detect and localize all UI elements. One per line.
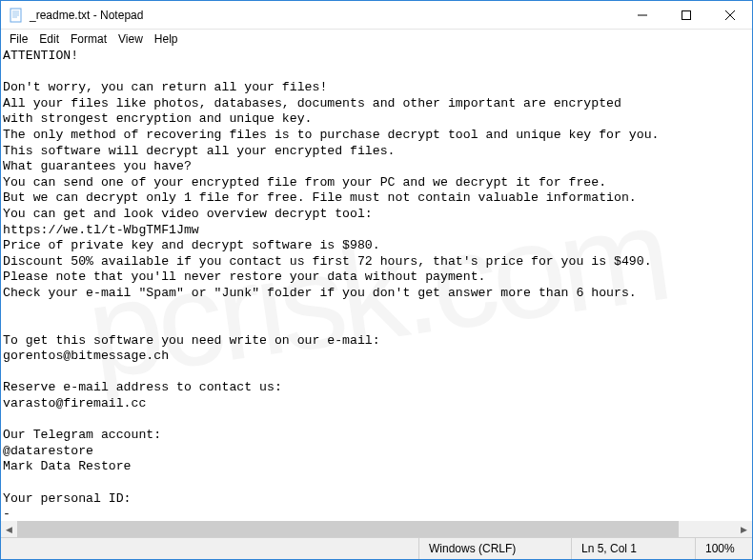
svg-rect-6	[682, 11, 691, 20]
menu-edit[interactable]: Edit	[34, 31, 64, 47]
menu-help[interactable]: Help	[150, 31, 183, 47]
close-button[interactable]	[708, 1, 752, 30]
close-icon	[725, 10, 735, 20]
titlebar: _readme.txt - Notepad	[1, 1, 752, 30]
minimize-button[interactable]	[621, 1, 664, 30]
scroll-right-arrow-icon[interactable]: ▶	[736, 521, 752, 537]
menubar: File Edit Format View Help	[1, 30, 752, 49]
menu-file[interactable]: File	[5, 31, 32, 47]
status-encoding: Windows (CRLF)	[418, 538, 571, 559]
text-content[interactable]: ATTENTION! Don't worry, you can return a…	[3, 49, 752, 521]
horizontal-scrollbar[interactable]: ◀ ▶	[1, 521, 752, 537]
editor-area: pcrisk.com ATTENTION! Don't worry, you c…	[1, 49, 752, 537]
window-title: _readme.txt - Notepad	[30, 9, 143, 22]
menu-view[interactable]: View	[113, 31, 148, 47]
scroll-left-arrow-icon[interactable]: ◀	[1, 521, 17, 537]
window-controls	[621, 1, 752, 29]
maximize-button[interactable]	[664, 1, 708, 30]
titlebar-left: _readme.txt - Notepad	[1, 8, 143, 23]
statusbar: Windows (CRLF) Ln 5, Col 1 100%	[1, 537, 752, 559]
scroll-thumb[interactable]	[17, 521, 679, 537]
scroll-track[interactable]	[17, 521, 736, 537]
status-position: Ln 5, Col 1	[571, 538, 695, 559]
minimize-icon	[638, 10, 647, 20]
menu-format[interactable]: Format	[66, 31, 112, 47]
maximize-icon	[682, 10, 691, 20]
notepad-window: _readme.txt - Notepad File Edit Format V…	[0, 0, 753, 560]
status-zoom: 100%	[695, 538, 752, 559]
notepad-app-icon	[9, 8, 24, 23]
